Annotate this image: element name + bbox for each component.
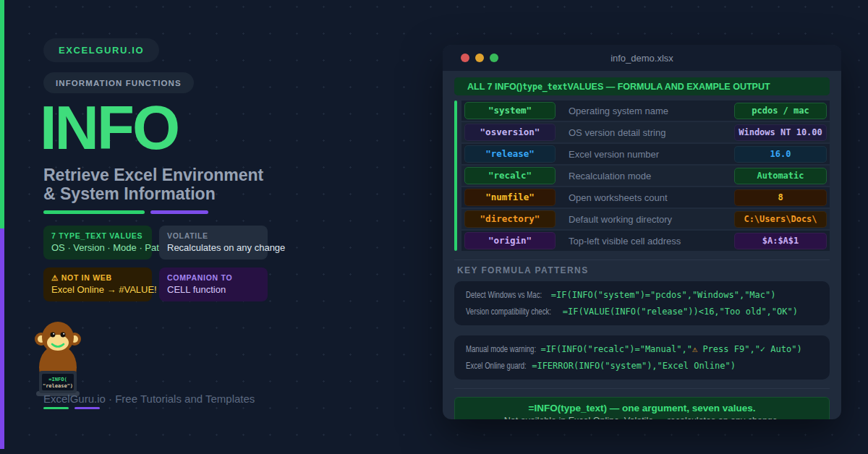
feature-card-text: Excel Online → #VALUE! [51,284,144,295]
page-background: EXCELGURU.IO INFORMATION FUNCTIONS INFO … [0,0,868,454]
footer-text: ExcelGuru.io · Free Tutorials and Templa… [43,393,255,405]
window-titlebar: info_demo.xlsx [443,45,841,71]
feature-card-volatile: VOLATILE Recalculates on any change [159,226,268,260]
formula-label: Version compatibility check: [466,304,551,320]
brand-label: EXCELGURU.IO [59,45,144,56]
banner-suffix: VALUES — FORMULA AND EXAMPLE OUTPUT [567,82,770,92]
info-values-table: "system" Operating system name pcdos / m… [454,100,830,251]
row-description: OS version detail string [569,127,665,138]
feature-card-text: OS · Version · Mode · Path [51,242,144,253]
table-row-numfile: "numfile" Open worksheets count 8 [461,187,830,207]
close-icon[interactable] [461,53,469,62]
footer-bar-green [43,407,69,409]
row-description: Operating system name [569,106,668,116]
category-pill: INFORMATION FUNCTIONS [43,72,194,93]
table-row-recalc: "recalc" Recalculation mode Automatic [461,166,830,186]
formula-label: Manual mode warning: [466,341,536,357]
formula-label: Excel Online guard: [466,358,527,374]
left-accent-bar-green [0,0,4,228]
section-divider [454,260,830,260]
summary-card: =INFO(type_text) — one argument, seven v… [454,397,830,419]
feature-card-type-text-values: 7 TYPE_TEXT VALUES OS · Version · Mode ·… [43,226,152,260]
value-chip: $A:$A$1 [734,233,827,249]
table-row-origin: "origin" Top-left visible cell address $… [461,231,830,251]
row-description: Top-left visible cell address [569,236,681,247]
row-description: Open worksheets count [569,192,668,203]
feature-card-companion: COMPANION TO CELL function [159,267,268,301]
table-row-osversion: "osversion" OS version detail string Win… [461,122,830,142]
footer-bar-purple [75,407,100,409]
key-chip: "release" [464,145,556,163]
row-description: Default working directory [569,214,672,225]
value-chip: Windows NT 10.00 [734,124,827,141]
mascot-code-line-2: "release") [43,383,73,389]
banner-prefix: ALL 7 INFO() [467,82,522,92]
patterns-heading: KEY FORMULA PATTERNS [454,265,830,275]
row-description: Recalculation mode [569,171,651,181]
formula-code: =IF(INFO("recalc")="Manual"," [540,344,692,354]
formula-code: =IF(INFO("system")="pcdos","Windows","Ma… [551,290,776,300]
formula-code: =IF(VALUE(INFO("release"))<16,"Too old",… [563,307,798,317]
left-accent-bar-purple [0,228,4,449]
feature-card-grid: 7 TYPE_TEXT VALUES OS · Version · Mode ·… [43,226,269,301]
subtitle-line-1: Retrieve Excel Environment [43,166,263,184]
formula-code: =IFERROR(INFO("system"),"Excel Online") [532,361,736,371]
value-chip: 16.0 [734,146,827,163]
table-row-directory: "directory" Default working directory C:… [461,209,830,229]
feature-card-not-in-web: ⚠ NOT IN WEB Excel Online → #VALUE! [43,267,152,301]
key-chip: "origin" [464,232,556,249]
key-chip: "recalc" [464,167,556,184]
underline-bar-green [43,210,145,214]
value-chip: 8 [734,189,827,206]
feature-card-label: 7 TYPE_TEXT VALUES [51,231,144,240]
formula-line: Detect Windows vs Mac: =IF(INFO("system"… [466,286,818,303]
formula-code: Press F9","✓ Auto") [697,344,802,354]
value-chip: pcdos / mac [734,103,827,119]
underline-bar-purple [150,210,208,214]
maximize-icon[interactable] [490,53,498,62]
table-row-release: "release" Excel version number 16.0 [461,144,830,164]
section-divider [454,388,830,389]
summary-note-line: Not available in Excel Online. Volatile … [458,415,826,419]
feature-card-text: CELL function [167,284,260,295]
formula-label: Detect Windows vs Mac: [466,287,542,303]
feature-card-label: COMPANION TO [167,273,260,282]
subtitle-line-2: & System Information [43,184,263,203]
feature-card-label warning-icon: ⚠ NOT IN WEB [51,273,144,282]
key-chip: "system" [464,102,556,119]
page-title: INFO [40,97,178,158]
formula-line: Manual mode warning:=IF(INFO("recalc")="… [466,340,818,357]
formula-line: Excel Online guard: =IFERROR(INFO("syste… [466,357,818,374]
key-chip: "numfile" [464,189,556,206]
key-chip: "directory" [464,210,556,228]
feature-card-text: Recalculates on any change [167,242,260,253]
page-subtitle: Retrieve Excel Environment & System Info… [43,166,263,203]
key-chip: "osversion" [464,124,556,141]
traffic-lights [461,53,498,62]
window-title: info_demo.xlsx [443,53,841,64]
feature-card-label: VOLATILE [167,231,260,240]
row-description: Excel version number [569,149,659,160]
brand-pill: EXCELGURU.IO [43,38,159,62]
value-chip: Automatic [734,168,827,184]
table-row-system: "system" Operating system name pcdos / m… [461,100,830,121]
minimize-icon[interactable] [475,53,484,62]
monkey-mascot-icon: =INFO( "release") [30,317,85,401]
mascot-code-line-1: =INFO( [48,377,67,382]
banner-type-text: type_text [522,82,567,92]
formula-card-1: Detect Windows vs Mac: =IF(INFO("system"… [454,281,830,325]
app-window: info_demo.xlsx ALL 7 INFO() type_text VA… [443,45,841,419]
formula-card-2: Manual mode warning:=IF(INFO("recalc")="… [454,335,830,380]
value-chip: C:\Users\Docs\ [734,211,827,228]
summary-syntax-line: =INFO(type_text) — one argument, seven v… [458,402,826,415]
table-header-banner: ALL 7 INFO() type_text VALUES — FORMULA … [454,77,830,95]
formula-line: Version compatibility check: =IF(VALUE(I… [466,303,818,320]
table-accent-bar [454,100,457,251]
category-label: INFORMATION FUNCTIONS [56,79,182,87]
